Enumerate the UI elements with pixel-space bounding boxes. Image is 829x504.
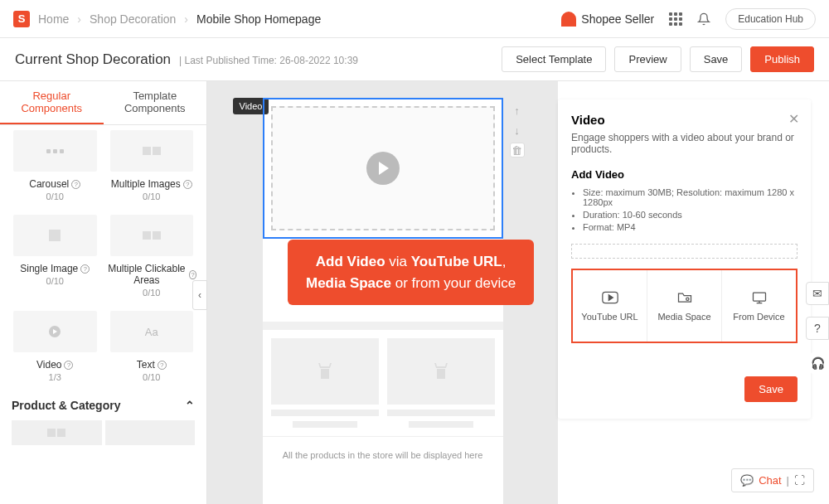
play-icon [366, 152, 400, 185]
breadcrumb-shop-decoration[interactable]: Shop Decoration [90, 12, 176, 26]
panel-description: Engage shoppers with a video about your … [571, 132, 797, 155]
move-down-icon[interactable]: ↓ [510, 123, 525, 138]
component-video[interactable]: Video? 1/3 [7, 306, 104, 390]
help-icon[interactable]: ? [80, 264, 90, 274]
products-note: All the products in the store will be di… [263, 436, 503, 473]
last-published: | Last Published Time: 26-08-2022 10:39 [179, 55, 358, 66]
panel-save-button[interactable]: Save [744, 376, 797, 402]
upload-youtube-url[interactable]: YouTube URL [573, 270, 647, 342]
help-icon[interactable]: ? [158, 361, 167, 370]
preview-button[interactable]: Preview [614, 46, 681, 72]
bell-icon[interactable] [697, 12, 710, 26]
product-placeholder [271, 338, 379, 428]
tab-template-components[interactable]: Template Components [104, 81, 207, 124]
component-tabs: Regular Components Template Components [0, 81, 206, 125]
component-grid: Carousel? 0/10 Multiple Images? 0/10 Sin… [0, 125, 206, 390]
video-settings-panel: ✕ Video Engage shoppers with a video abo… [558, 99, 811, 419]
shopee-logo-icon: S [13, 11, 30, 27]
folder-icon [676, 290, 693, 305]
upload-options: YouTube URL Media Space From Device [571, 269, 797, 343]
bag-icon [561, 12, 576, 27]
component-text[interactable]: Aa Text? 0/10 [104, 306, 201, 390]
breadcrumb-home[interactable]: Home [38, 12, 69, 26]
move-up-icon[interactable]: ↑ [510, 103, 525, 118]
help-icon[interactable]: ? [806, 317, 829, 340]
close-icon[interactable]: ✕ [788, 111, 799, 127]
section-product-category[interactable]: Product & Category ⌃ [0, 390, 206, 420]
right-strip: ✉ ? 🎧 [806, 282, 829, 375]
inbox-icon[interactable]: ✉ [806, 282, 829, 305]
chevron-up-icon: ⌃ [185, 399, 195, 412]
component-multiple-images[interactable]: Multiple Images? 0/10 [104, 125, 201, 210]
add-video-heading: Add Video [571, 168, 797, 181]
headset-icon[interactable]: 🎧 [806, 351, 829, 375]
shopee-seller-brand: Shopee Seller [561, 12, 654, 27]
youtube-icon [602, 290, 618, 305]
product-placeholder [387, 338, 495, 428]
delete-icon[interactable]: 🗑 [510, 143, 525, 158]
svg-rect-2 [753, 293, 765, 301]
component-multiple-clickable-areas[interactable]: Multiple Clickable Areas? 0/10 [104, 210, 201, 306]
dashed-placeholder [571, 244, 797, 259]
help-icon[interactable]: ? [64, 361, 73, 370]
panel-title: Video [571, 113, 797, 127]
tab-regular-components[interactable]: Regular Components [0, 81, 104, 124]
upload-from-device[interactable]: From Device [721, 270, 796, 342]
select-template-button[interactable]: Select Template [502, 46, 606, 72]
page-title: Current Shop Decoration [15, 51, 171, 68]
breadcrumb-current: Mobile Shop Homepage [196, 12, 321, 26]
device-icon [751, 290, 768, 305]
chat-icon: 💬 [740, 474, 754, 487]
help-icon[interactable]: ? [183, 180, 192, 189]
component-single-image[interactable]: Single Image? 0/10 [7, 210, 104, 306]
video-specs: Size: maximum 30MB; Resolution: maximum … [571, 187, 797, 232]
breadcrumb: S Home › Shop Decoration › Mobile Shop H… [13, 11, 321, 27]
product-row [263, 330, 503, 436]
top-bar: S Home › Shop Decoration › Mobile Shop H… [0, 0, 829, 38]
brand-label: Shopee Seller [581, 12, 654, 26]
help-icon[interactable]: ? [189, 270, 196, 279]
top-right: Shopee Seller Education Hub [561, 8, 816, 30]
chat-button[interactable]: 💬 Chat | ⛶ [731, 468, 814, 492]
sidebar: Regular Components Template Components C… [0, 81, 207, 504]
help-icon[interactable]: ? [71, 180, 80, 189]
video-slot[interactable]: ↑ ↓ 🗑 [263, 98, 503, 239]
action-bar: Current Shop Decoration | Last Published… [0, 38, 829, 81]
svg-point-1 [686, 298, 688, 300]
expand-icon[interactable]: ⛶ [794, 474, 805, 487]
education-hub-button[interactable]: Education Hub [725, 8, 816, 30]
component-carousel[interactable]: Carousel? 0/10 [7, 125, 104, 210]
publish-button[interactable]: Publish [750, 46, 814, 72]
chevron-right-icon: › [77, 12, 81, 26]
save-button[interactable]: Save [690, 46, 743, 72]
collapse-sidebar-button[interactable]: ‹ [192, 280, 207, 310]
apps-grid-icon[interactable] [669, 12, 682, 26]
chevron-right-icon: › [184, 12, 188, 26]
callout-add-video: Add Video via YouTube URL, Media Space o… [288, 240, 534, 305]
upload-media-space[interactable]: Media Space [647, 270, 721, 342]
